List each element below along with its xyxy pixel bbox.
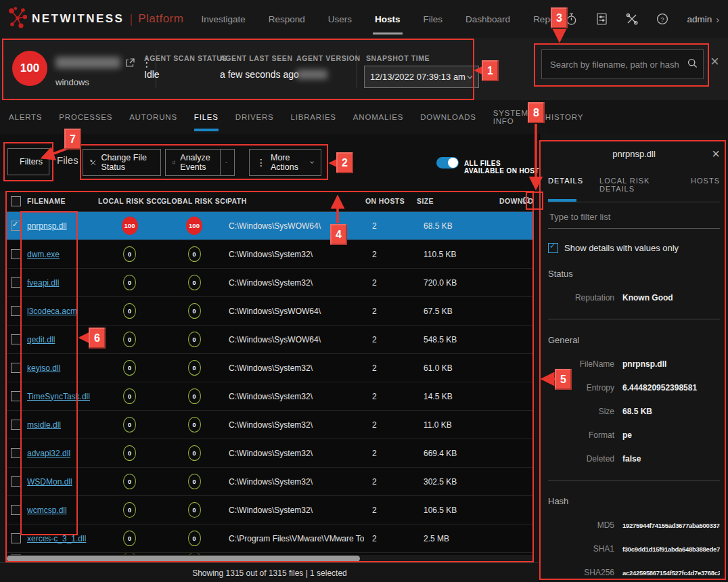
tools-icon[interactable] <box>626 13 638 26</box>
table-row[interactable]: l3codeca.acm 0 0 C:\Windows\SysWOW64\ 2 … <box>5 297 533 326</box>
file-link[interactable]: fveapi.dll <box>27 278 59 288</box>
snapshot-time-select[interactable]: 12/13/2022 07:39:13 am <box>364 66 479 88</box>
table-row[interactable]: wcmcsp.dll 0 0 C:\Windows\System32\ 2 10… <box>5 496 533 524</box>
file-link[interactable]: msidle.dll <box>27 420 61 430</box>
agent-profiles-icon[interactable] <box>595 13 608 26</box>
file-link[interactable]: xerces-c_3_1.dll <box>27 534 86 543</box>
scrollbar-thumb[interactable] <box>7 556 360 562</box>
search-input[interactable] <box>541 49 704 79</box>
nav-item-dashboard[interactable]: Dashboard <box>465 0 510 38</box>
tab-system-info[interactable]: SYSTEM INFO <box>493 105 528 129</box>
tab-downloads[interactable]: DOWNLOADS <box>420 109 476 125</box>
file-link[interactable]: pnrpnsp.dll <box>27 221 67 231</box>
file-link[interactable]: keyiso.dll <box>27 363 60 373</box>
panel-field-value: pe <box>622 430 720 440</box>
nav-item-files[interactable]: Files <box>424 0 443 38</box>
col-filename[interactable]: FILENAME <box>23 197 98 205</box>
close-host-view-icon[interactable]: × <box>710 53 719 70</box>
panel-tab-local-risk-details[interactable]: LOCAL RISK DETAILS <box>599 177 675 193</box>
all-files-toggle[interactable] <box>436 157 459 169</box>
table-row[interactable]: qedit.dll 0 0 C:\Windows\SysWOW64\ 2 548… <box>5 326 533 354</box>
table-row[interactable]: keyiso.dll 0 0 C:\Windows\System32\ 2 61… <box>5 354 533 382</box>
netwitness-hosts-files-screen: NETWITNESS | Platform InvestigateRespond… <box>0 0 728 582</box>
panel-field: Entropy 6.444820952398581 <box>548 383 720 393</box>
row-checkbox[interactable] <box>11 505 21 515</box>
table-row[interactable]: msidle.dll 0 0 C:\Windows\System32\ 2 11… <box>5 411 533 439</box>
nav-item-users[interactable]: Users <box>328 0 352 38</box>
tab-libraries[interactable]: LIBRARIES <box>291 109 336 125</box>
row-checkbox[interactable] <box>11 363 21 373</box>
panel-filter-input[interactable] <box>548 202 720 229</box>
on-hosts-count: 2 <box>364 420 415 430</box>
brand[interactable]: NETWITNESS | Platform <box>8 7 183 31</box>
tab-history[interactable]: HISTORY <box>545 109 583 125</box>
file-link[interactable]: qedit.dll <box>27 335 55 344</box>
row-checkbox[interactable] <box>11 249 21 259</box>
file-size: 110.5 KB <box>415 250 499 259</box>
filters-button[interactable]: Filters <box>7 148 49 175</box>
agent-field-label: AGENT LAST SEEN <box>220 54 299 62</box>
file-link[interactable]: TimeSyncTask.dll <box>27 392 90 401</box>
tab-alerts[interactable]: ALERTS <box>9 109 42 125</box>
panel-tab-details[interactable]: DETAILS <box>548 177 583 193</box>
file-link[interactable]: WSDMon.dll <box>27 477 72 487</box>
timer-icon[interactable] <box>565 13 577 26</box>
file-link[interactable]: l3codeca.acm <box>27 307 77 316</box>
values-only-checkbox[interactable] <box>548 243 558 253</box>
col-on-hosts[interactable]: ON HOSTS <box>364 197 415 205</box>
user-menu[interactable]: admin › <box>687 14 719 25</box>
col-local-risk[interactable]: LOCAL RISK SCORE <box>98 197 161 205</box>
nav-item-hosts[interactable]: Hosts <box>375 0 401 38</box>
table-row[interactable]: pnrpnsp.dll 100 100 C:\Windows\SysWOW64\… <box>5 212 533 240</box>
row-checkbox[interactable] <box>11 391 21 401</box>
search-icon[interactable] <box>687 58 698 71</box>
nav-item-respond[interactable]: Respond <box>269 0 305 38</box>
col-size[interactable]: SIZE <box>415 197 499 205</box>
row-checkbox[interactable] <box>11 476 21 487</box>
tab-files[interactable]: FILES <box>194 109 219 125</box>
row-checkbox[interactable] <box>11 420 21 430</box>
file-link[interactable]: dwm.exe <box>27 250 60 259</box>
table-row[interactable]: advapi32.dll 0 0 C:\Windows\System32\ 2 … <box>5 439 533 468</box>
global-risk-score: 0 <box>188 502 201 518</box>
table-row[interactable]: TimeSyncTask.dll 0 0 C:\Windows\System32… <box>5 382 533 411</box>
tab-autoruns[interactable]: AUTORUNS <box>129 109 177 125</box>
col-global-risk[interactable]: GLOBAL RISK SCORE <box>161 197 227 205</box>
user-name: admin <box>687 14 712 24</box>
analyze-events-button[interactable]: Analyze Events <box>165 149 235 176</box>
tab-anomalies[interactable]: ANOMALIES <box>353 109 403 125</box>
panel-tab-hosts[interactable]: HOSTS <box>691 177 720 193</box>
file-size: 669.4 KB <box>415 449 499 458</box>
nav-item-reports[interactable]: Reports <box>533 0 565 38</box>
row-checkbox[interactable] <box>11 277 21 288</box>
more-actions-button[interactable]: ⋮ More Actions <box>249 149 321 176</box>
global-risk-score: 100 <box>186 217 202 235</box>
row-checkbox[interactable] <box>11 334 21 344</box>
column-settings-gear-icon[interactable]: ⚙ <box>522 195 531 205</box>
change-file-status-button[interactable]: Change File Status <box>83 149 161 176</box>
chevron-down-icon[interactable] <box>225 160 227 164</box>
file-link[interactable]: wcmcsp.dll <box>27 506 67 515</box>
row-checkbox[interactable] <box>11 306 21 316</box>
file-link[interactable]: advapi32.dll <box>27 449 70 458</box>
tab-processes[interactable]: PROCESSES <box>59 109 112 125</box>
row-checkbox[interactable] <box>11 448 21 458</box>
col-path[interactable]: PATH <box>227 197 364 205</box>
nav-item-investigate[interactable]: Investigate <box>201 0 245 38</box>
table-row[interactable]: xerces-c_3_1.dll 0 0 C:\Program Files\VM… <box>5 524 533 553</box>
tab-drivers[interactable]: DRIVERS <box>235 109 274 125</box>
panel-field-label: Size <box>548 407 614 416</box>
horizontal-scrollbar[interactable] <box>5 555 533 562</box>
table-row[interactable]: dwm.exe 0 0 C:\Windows\System32\ 2 110.5… <box>5 240 533 269</box>
agent-version-redacted <box>296 70 327 79</box>
row-checkbox[interactable] <box>11 533 21 543</box>
panel-close-icon[interactable]: × <box>712 146 720 162</box>
panel-field-value: 6.444820952398581 <box>622 383 720 393</box>
open-host-external-icon[interactable] <box>126 58 135 70</box>
panel-field-label: Deleted <box>548 454 614 464</box>
table-row[interactable]: WSDMon.dll 0 0 C:\Windows\System32\ 2 30… <box>5 468 533 496</box>
select-all-checkbox[interactable] <box>11 196 21 206</box>
help-icon[interactable]: ? <box>656 13 668 26</box>
table-row[interactable]: fveapi.dll 0 0 C:\Windows\System32\ 2 72… <box>5 269 533 297</box>
row-checkbox[interactable] <box>11 221 21 231</box>
